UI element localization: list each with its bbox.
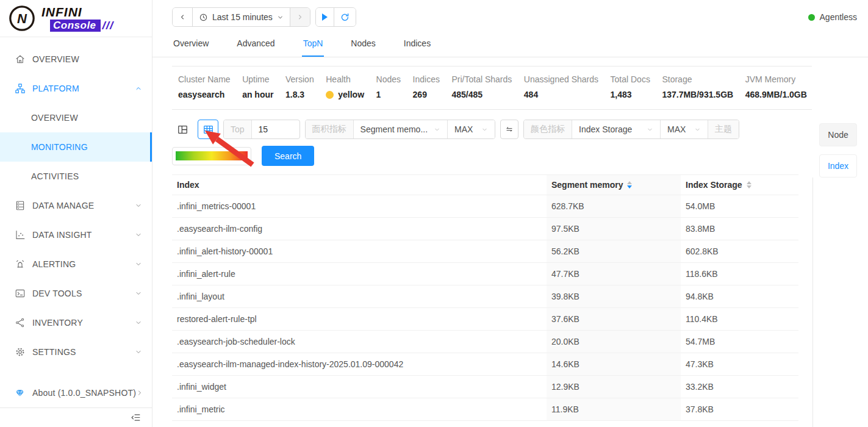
dimension-index-button[interactable]: Index (819, 154, 857, 178)
segment-memory-cell: 56.2KB (547, 240, 681, 262)
sidebar-item-settings[interactable]: SETTINGS (0, 337, 152, 367)
main-area: Last 15 minutes (152, 0, 868, 427)
chevron-right-icon (136, 389, 143, 396)
sidebar-item-alerting[interactable]: ALERTING (0, 249, 152, 279)
tab-nodes[interactable]: Nodes (350, 33, 376, 57)
top-n-group: Top (223, 120, 300, 139)
index-name-cell: .infini_widget (172, 376, 547, 398)
chevron-down-icon (135, 202, 142, 209)
index-storage-cell: 110.4KB (681, 308, 798, 330)
sort-icon[interactable] (747, 181, 751, 188)
table-row[interactable]: .infini_widget12.9KB33.2KB (172, 376, 798, 398)
sidebar-spacer (0, 367, 152, 378)
dimension-node-button[interactable]: Node (819, 123, 857, 146)
sidebar-item-overview[interactable]: OVERVIEW (0, 45, 152, 74)
column-header-index-storage[interactable]: Index Storage (681, 175, 798, 195)
cluster-stat: Cluster Nameeasysearch (178, 74, 231, 99)
menu-fold-icon[interactable] (131, 412, 141, 423)
segment-memory-cell: 47.7KB (547, 263, 681, 285)
stat-label: Unassigned Shards (524, 74, 598, 84)
table-row[interactable]: .easysearch-ilm-config97.5KB83.8MB (172, 218, 798, 240)
index-storage-cell: 33.2KB (681, 376, 798, 398)
index-storage-cell: 94.8KB (681, 285, 798, 307)
tab-overview[interactable]: Overview (172, 33, 210, 57)
agent-status-dot (808, 14, 815, 21)
alarm-bell-icon (15, 259, 26, 270)
app-root: N INFINI Console /// OVERVIEW (0, 0, 868, 427)
sidebar-item-label: DEV TOOLS (32, 289, 135, 298)
area-agg-select[interactable]: MAX (447, 120, 495, 138)
cluster-stats-row: Cluster NameeasysearchUptimean hourVersi… (172, 66, 812, 110)
index-name-cell: .infini_alert-history-00001 (172, 240, 547, 262)
sidebar-item-dev-tools[interactable]: DEV TOOLS (0, 279, 152, 308)
sidebar-item-activities[interactable]: ACTIVITIES (0, 162, 152, 191)
segment-memory-cell: 39.8KB (547, 285, 681, 307)
table-row[interactable]: .infini_alert-rule47.7KB118.6KB (172, 263, 798, 285)
search-button[interactable]: Search (262, 146, 314, 166)
table-row[interactable]: .easysearch-ilm-managed-index-history-20… (172, 353, 798, 376)
color-agg-value: MAX (667, 124, 686, 134)
topn-controls: Top 面积指标 Segment memo... MAX (172, 110, 812, 139)
sidebar-item-label: ALERTING (32, 259, 135, 269)
stat-value: 1 (376, 90, 401, 99)
tab-indices[interactable]: Indices (403, 33, 432, 57)
sidebar: N INFINI Console /// OVERVIEW (0, 0, 152, 427)
sidebar-item-inventory[interactable]: INVENTORY (0, 308, 152, 337)
table-row[interactable]: .infini_alert-history-0000156.2KB602.8KB (172, 240, 798, 263)
column-header-segment-memory[interactable]: Segment memory (547, 175, 681, 195)
legend-search-row: Search (172, 139, 812, 174)
stat-value: easysearch (178, 90, 231, 99)
chevron-down-icon (647, 126, 653, 133)
topn-table: Index Segment memory Index Storage .infi… (172, 174, 798, 421)
index-name-cell: restored-alert-rule-tpl (172, 308, 547, 330)
cluster-stat: Uptimean hour (242, 74, 273, 99)
table-row[interactable]: .easysearch-job-scheduler-lock20.0KB54.7… (172, 331, 798, 353)
chevron-down-icon (481, 126, 488, 133)
sidebar-item-label: ACTIVITIES (31, 171, 142, 181)
time-prev-button[interactable] (173, 8, 192, 26)
area-metric-select[interactable]: Segment memo... (353, 120, 448, 138)
table-row[interactable]: .infini_layout39.8KB94.8KB (172, 285, 798, 308)
share-icon (15, 317, 26, 328)
color-agg-select[interactable]: MAX (660, 120, 708, 138)
table-body: .infini_metrics-00001628.7KB54.0MB.easys… (172, 195, 798, 421)
sidebar-item-about[interactable]: About (1.0.0_SNAPSHOT) (0, 378, 152, 407)
sidebar-item-platform[interactable]: PLATFORM (0, 74, 152, 103)
tab-advanced[interactable]: Advanced (235, 33, 276, 57)
sidebar-item-data-manage[interactable]: DATA MANAGE (0, 191, 152, 220)
sidebar-item-data-insight[interactable]: DATA INSIGHT (0, 220, 152, 249)
refresh-button[interactable] (334, 8, 356, 26)
table-row[interactable]: .infini_metric11.9KB37.8KB (172, 398, 798, 421)
color-metric-select[interactable]: Index Storage (572, 120, 660, 138)
content: Cluster NameeasysearchUptimean hourVersi… (152, 57, 868, 427)
table-row[interactable]: restored-alert-rule-tpl37.6KB110.4KB (172, 308, 798, 331)
sort-icon[interactable] (627, 181, 632, 188)
sidebar-item-platform-overview[interactable]: OVERVIEW (0, 103, 152, 132)
main-tabs: Overview Advanced TopN Nodes Indices (152, 33, 868, 57)
health-dot (326, 91, 334, 99)
tab-topn[interactable]: TopN (302, 33, 325, 57)
sidebar-item-label: SETTINGS (32, 347, 135, 357)
sidebar-item-label: PLATFORM (32, 84, 135, 93)
stat-label: JVM Memory (745, 74, 807, 84)
stat-label: Pri/Total Shards (451, 74, 512, 84)
time-next-button[interactable] (290, 8, 310, 26)
treemap-view-button[interactable] (172, 120, 193, 139)
table-view-button[interactable] (198, 120, 218, 139)
brand-logo[interactable]: N INFINI Console /// (0, 0, 152, 37)
auto-refresh-play-button[interactable] (316, 8, 334, 26)
index-name-cell: .infini_metric (172, 398, 547, 420)
cluster-stat: Nodes1 (376, 74, 401, 99)
time-range-button[interactable]: Last 15 minutes (192, 8, 290, 26)
swap-metrics-button[interactable] (500, 120, 518, 139)
brand-name-bottom: Console (50, 20, 101, 32)
sidebar-item-monitoring[interactable]: MONITORING (0, 132, 152, 162)
legend-gradient (176, 151, 248, 160)
index-name-cell: .easysearch-job-scheduler-lock (172, 331, 547, 353)
table-row[interactable]: .infini_metrics-00001628.7KB54.0MB (172, 195, 798, 218)
color-metric-group: 颜色指标 Index Storage MAX 主题 (523, 120, 739, 139)
chevron-down-icon (135, 290, 142, 297)
table-header: Index Segment memory Index Storage (172, 175, 798, 195)
top-n-input[interactable] (252, 124, 299, 134)
database-icon (15, 200, 26, 211)
